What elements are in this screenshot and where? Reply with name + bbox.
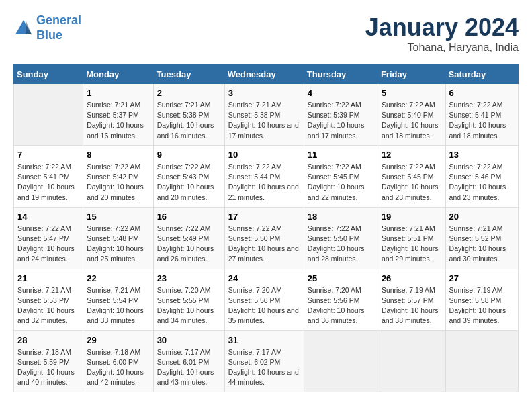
calendar-cell: 25Sunrise: 7:20 AMSunset: 5:56 PMDayligh… xyxy=(304,269,378,330)
day-info: Sunrise: 7:21 AMSunset: 5:52 PMDaylight:… xyxy=(449,224,515,265)
weekday-header-tuesday: Tuesday xyxy=(153,65,224,84)
calendar-cell: 13Sunrise: 7:22 AMSunset: 5:46 PMDayligh… xyxy=(445,145,518,207)
day-number: 3 xyxy=(228,88,300,98)
day-info: Sunrise: 7:22 AMSunset: 5:45 PMDaylight:… xyxy=(308,162,374,203)
calendar-cell: 24Sunrise: 7:20 AMSunset: 5:56 PMDayligh… xyxy=(224,269,304,330)
day-info: Sunrise: 7:22 AMSunset: 5:45 PMDaylight:… xyxy=(382,162,442,203)
logo-icon xyxy=(13,18,34,38)
day-number: 5 xyxy=(382,88,442,98)
logo: General Blue xyxy=(13,13,81,42)
day-number: 11 xyxy=(308,150,374,160)
day-number: 30 xyxy=(157,335,221,345)
day-number: 12 xyxy=(382,150,442,160)
day-number: 6 xyxy=(449,88,515,98)
day-info: Sunrise: 7:17 AMSunset: 6:02 PMDaylight:… xyxy=(228,347,300,388)
day-number: 22 xyxy=(87,273,149,283)
day-number: 18 xyxy=(308,212,374,222)
calendar-cell xyxy=(304,330,378,392)
calendar-cell: 6Sunrise: 7:22 AMSunset: 5:41 PMDaylight… xyxy=(445,84,518,146)
calendar-cell: 21Sunrise: 7:21 AMSunset: 5:53 PMDayligh… xyxy=(14,269,83,330)
calendar-cell: 18Sunrise: 7:22 AMSunset: 5:50 PMDayligh… xyxy=(304,207,378,269)
calendar-cell: 30Sunrise: 7:17 AMSunset: 6:01 PMDayligh… xyxy=(153,330,224,392)
day-info: Sunrise: 7:22 AMSunset: 5:46 PMDaylight:… xyxy=(449,162,515,203)
weekday-header-friday: Friday xyxy=(378,65,445,84)
day-info: Sunrise: 7:22 AMSunset: 5:47 PMDaylight:… xyxy=(17,224,79,265)
calendar-cell: 3Sunrise: 7:21 AMSunset: 5:38 PMDaylight… xyxy=(224,84,304,146)
day-number: 23 xyxy=(157,273,221,283)
calendar-cell: 7Sunrise: 7:22 AMSunset: 5:41 PMDaylight… xyxy=(14,145,83,207)
day-number: 21 xyxy=(17,273,79,283)
day-number: 20 xyxy=(449,212,515,222)
weekday-header-row: SundayMondayTuesdayWednesdayThursdayFrid… xyxy=(14,65,519,84)
day-info: Sunrise: 7:21 AMSunset: 5:53 PMDaylight:… xyxy=(17,285,79,326)
calendar-cell: 14Sunrise: 7:22 AMSunset: 5:47 PMDayligh… xyxy=(14,207,83,269)
title-block: January 2024 Tohana, Haryana, India xyxy=(365,13,519,54)
weekday-header-monday: Monday xyxy=(83,65,153,84)
calendar-cell: 28Sunrise: 7:18 AMSunset: 5:59 PMDayligh… xyxy=(14,330,83,392)
day-number: 16 xyxy=(157,212,221,222)
calendar-cell: 29Sunrise: 7:18 AMSunset: 6:00 PMDayligh… xyxy=(83,330,153,392)
week-row-2: 7Sunrise: 7:22 AMSunset: 5:41 PMDaylight… xyxy=(14,145,519,207)
calendar-cell: 15Sunrise: 7:22 AMSunset: 5:48 PMDayligh… xyxy=(83,207,153,269)
day-number: 31 xyxy=(228,335,300,345)
page-header: General Blue January 2024 Tohana, Haryan… xyxy=(13,13,519,54)
day-number: 17 xyxy=(228,212,300,222)
day-number: 25 xyxy=(308,273,374,283)
day-number: 26 xyxy=(382,273,442,283)
calendar-cell: 19Sunrise: 7:21 AMSunset: 5:51 PMDayligh… xyxy=(378,207,445,269)
day-info: Sunrise: 7:21 AMSunset: 5:38 PMDaylight:… xyxy=(228,100,300,141)
day-info: Sunrise: 7:22 AMSunset: 5:41 PMDaylight:… xyxy=(449,100,515,141)
calendar-cell: 27Sunrise: 7:19 AMSunset: 5:58 PMDayligh… xyxy=(445,269,518,330)
calendar-cell: 26Sunrise: 7:19 AMSunset: 5:57 PMDayligh… xyxy=(378,269,445,330)
calendar-cell: 5Sunrise: 7:22 AMSunset: 5:40 PMDaylight… xyxy=(378,84,445,146)
day-info: Sunrise: 7:19 AMSunset: 5:58 PMDaylight:… xyxy=(449,285,515,326)
day-info: Sunrise: 7:22 AMSunset: 5:49 PMDaylight:… xyxy=(157,224,221,265)
day-number: 1 xyxy=(87,88,149,98)
week-row-1: 1Sunrise: 7:21 AMSunset: 5:37 PMDaylight… xyxy=(14,84,519,146)
day-number: 4 xyxy=(308,88,374,98)
day-info: Sunrise: 7:20 AMSunset: 5:56 PMDaylight:… xyxy=(308,285,374,326)
day-info: Sunrise: 7:21 AMSunset: 5:38 PMDaylight:… xyxy=(157,100,221,141)
day-info: Sunrise: 7:20 AMSunset: 5:56 PMDaylight:… xyxy=(228,285,300,326)
week-row-4: 21Sunrise: 7:21 AMSunset: 5:53 PMDayligh… xyxy=(14,269,519,330)
weekday-header-saturday: Saturday xyxy=(445,65,518,84)
day-number: 7 xyxy=(17,150,79,160)
day-info: Sunrise: 7:22 AMSunset: 5:41 PMDaylight:… xyxy=(17,162,79,203)
day-info: Sunrise: 7:21 AMSunset: 5:37 PMDaylight:… xyxy=(87,100,149,141)
calendar-cell: 17Sunrise: 7:22 AMSunset: 5:50 PMDayligh… xyxy=(224,207,304,269)
day-number: 14 xyxy=(17,212,79,222)
day-info: Sunrise: 7:22 AMSunset: 5:50 PMDaylight:… xyxy=(228,224,300,265)
day-info: Sunrise: 7:18 AMSunset: 6:00 PMDaylight:… xyxy=(87,347,149,388)
logo-text: General Blue xyxy=(36,13,81,42)
day-number: 13 xyxy=(449,150,515,160)
day-info: Sunrise: 7:22 AMSunset: 5:39 PMDaylight:… xyxy=(308,100,374,141)
weekday-header-thursday: Thursday xyxy=(304,65,378,84)
day-info: Sunrise: 7:18 AMSunset: 5:59 PMDaylight:… xyxy=(17,347,79,388)
calendar-cell: 20Sunrise: 7:21 AMSunset: 5:52 PMDayligh… xyxy=(445,207,518,269)
week-row-5: 28Sunrise: 7:18 AMSunset: 5:59 PMDayligh… xyxy=(14,330,519,392)
calendar-cell: 10Sunrise: 7:22 AMSunset: 5:44 PMDayligh… xyxy=(224,145,304,207)
day-info: Sunrise: 7:22 AMSunset: 5:50 PMDaylight:… xyxy=(308,224,374,265)
day-info: Sunrise: 7:22 AMSunset: 5:48 PMDaylight:… xyxy=(87,224,149,265)
calendar-cell: 2Sunrise: 7:21 AMSunset: 5:38 PMDaylight… xyxy=(153,84,224,146)
day-number: 28 xyxy=(17,335,79,345)
calendar-cell xyxy=(14,84,83,146)
logo-line1: General xyxy=(36,13,81,27)
day-info: Sunrise: 7:17 AMSunset: 6:01 PMDaylight:… xyxy=(157,347,221,388)
calendar-table: SundayMondayTuesdayWednesdayThursdayFrid… xyxy=(13,64,519,392)
day-number: 24 xyxy=(228,273,300,283)
week-row-3: 14Sunrise: 7:22 AMSunset: 5:47 PMDayligh… xyxy=(14,207,519,269)
calendar-cell: 1Sunrise: 7:21 AMSunset: 5:37 PMDaylight… xyxy=(83,84,153,146)
weekday-header-wednesday: Wednesday xyxy=(224,65,304,84)
day-number: 8 xyxy=(87,150,149,160)
logo-line2: Blue xyxy=(36,28,62,42)
calendar-cell: 4Sunrise: 7:22 AMSunset: 5:39 PMDaylight… xyxy=(304,84,378,146)
calendar-cell: 9Sunrise: 7:22 AMSunset: 5:43 PMDaylight… xyxy=(153,145,224,207)
day-info: Sunrise: 7:21 AMSunset: 5:51 PMDaylight:… xyxy=(382,224,442,265)
day-number: 9 xyxy=(157,150,221,160)
location-title: Tohana, Haryana, India xyxy=(365,42,519,54)
day-info: Sunrise: 7:22 AMSunset: 5:42 PMDaylight:… xyxy=(87,162,149,203)
calendar-cell xyxy=(378,330,445,392)
calendar-cell: 22Sunrise: 7:21 AMSunset: 5:54 PMDayligh… xyxy=(83,269,153,330)
month-title: January 2024 xyxy=(365,13,519,42)
